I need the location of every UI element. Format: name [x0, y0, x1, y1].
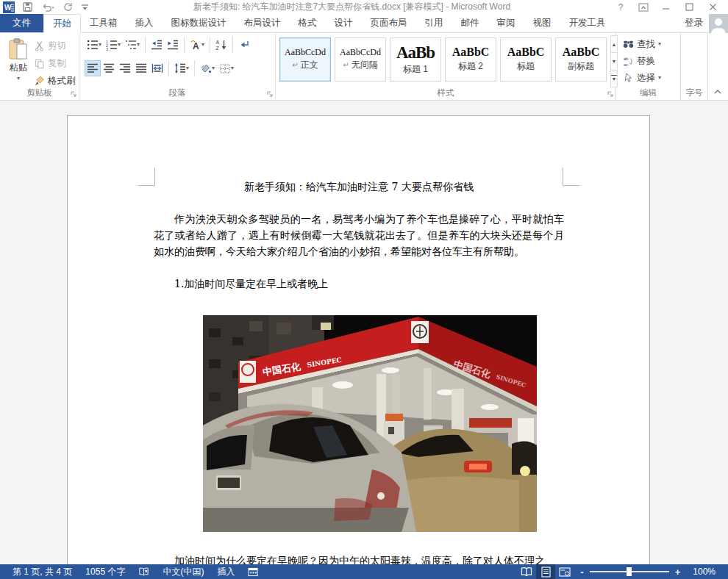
multilevel-list-button[interactable]: ▾: [123, 37, 142, 53]
styles-dialog-launcher-icon[interactable]: [607, 90, 614, 98]
user-avatar[interactable]: [709, 14, 728, 33]
paste-button[interactable]: 粘贴 ▾: [2, 35, 35, 87]
find-button[interactable]: 查找 ▾: [618, 37, 678, 51]
style-name: ↵ 无间隔: [343, 59, 378, 71]
document-page[interactable]: 新老手须知：给汽车加油时注意 7 大要点帮你省钱 作为泱泱天朝众多驾驶员的一名，…: [67, 115, 650, 564]
align-left-button[interactable]: [85, 60, 101, 76]
zoom-in-button[interactable]: +: [675, 567, 681, 578]
format-painter-button[interactable]: 格式刷: [35, 74, 76, 87]
format-painter-label: 格式刷: [48, 75, 76, 87]
zoom-slider[interactable]: [590, 571, 669, 572]
document-heading-1[interactable]: 1.加油时间尽量定在早上或者晚上: [154, 276, 564, 292]
shading-button[interactable]: ▾: [198, 60, 217, 76]
zoom-slider-thumb[interactable]: [627, 567, 632, 576]
language-indicator[interactable]: 中文(中国): [156, 564, 210, 579]
copy-button[interactable]: 复制: [35, 57, 76, 71]
decrease-indent-button[interactable]: [149, 37, 165, 53]
tab-developer[interactable]: 开发工具: [560, 14, 615, 32]
tab-format[interactable]: 格式: [290, 14, 326, 32]
tab-file[interactable]: 文件: [0, 14, 43, 32]
show-hide-marks-button[interactable]: [236, 37, 252, 53]
tab-page-layout[interactable]: 页面布局: [362, 14, 416, 32]
style-normal[interactable]: AaBbCcDd ↵ 正文: [279, 37, 331, 82]
borders-button[interactable]: ▾: [217, 60, 236, 76]
document-title[interactable]: 新老手须知：给汽车加油时注意 7 大要点帮你省钱: [154, 179, 564, 195]
zoom-level[interactable]: 100%: [686, 564, 722, 579]
paragraph-dialog-launcher-icon[interactable]: [266, 90, 274, 98]
tab-review[interactable]: 审阅: [488, 14, 524, 32]
distribute-button[interactable]: [149, 60, 165, 76]
margin-crop-mark-top-left: [138, 168, 155, 186]
gas-station-image[interactable]: 中国石化 SINOPEC 中国石化 SINOPEC: [203, 315, 537, 532]
tab-references[interactable]: 引用: [416, 14, 452, 32]
style-preview: AaBbCcDd: [285, 48, 326, 57]
window-title: 新老手须知: 给汽车加油时注意7大要点帮你省钱.docx [兼容模式] - Mi…: [89, 1, 615, 13]
sort-icon: AZ: [215, 39, 227, 51]
replace-label: 替换: [637, 55, 655, 68]
sort-button[interactable]: AZ: [213, 37, 229, 53]
clipboard-group-label: 剪贴板: [0, 87, 79, 98]
asian-layout-button[interactable]: A▾: [188, 37, 207, 53]
proofing-status-icon[interactable]: [132, 564, 156, 579]
copy-label: 复制: [48, 57, 66, 70]
undo-button[interactable]: [40, 1, 55, 12]
increase-indent-button[interactable]: [165, 37, 181, 53]
title-bar: W 新老手须知: 给汽车加油时注意7大要点帮你省钱.docx [兼容模式] - …: [0, 0, 728, 14]
sign-in-link[interactable]: 登录: [679, 14, 709, 32]
zoom-out-button[interactable]: -: [580, 567, 583, 578]
insert-mode-indicator[interactable]: 插入: [210, 564, 241, 579]
close-icon[interactable]: [709, 3, 721, 11]
style-heading1[interactable]: AaBb 标题 1: [390, 37, 441, 82]
align-center-button[interactable]: [101, 60, 117, 76]
style-heading2[interactable]: AaBbC 标题 2: [445, 37, 496, 82]
tab-design[interactable]: 设计: [326, 14, 362, 32]
document-paragraph-2[interactable]: 加油时间为什么要定在早晚呢？因为中午的太阳毒辣，温度高，除了对人体不理之外，: [154, 553, 564, 564]
style-name: 标题: [517, 60, 535, 73]
help-icon[interactable]: ?: [615, 2, 627, 12]
cut-button[interactable]: 剪切: [35, 40, 76, 53]
customize-qat-button[interactable]: [81, 2, 89, 12]
minimize-icon[interactable]: [662, 3, 674, 11]
style-title[interactable]: AaBbC 标题: [500, 37, 552, 82]
select-pointer-icon: [623, 73, 634, 83]
print-layout-button[interactable]: [536, 564, 555, 579]
tab-view[interactable]: 视图: [524, 14, 560, 32]
paragraph-group: ▾ 123▾ ▾ A▾ AZ: [79, 33, 276, 100]
tab-icon-data-design[interactable]: 图标数据设计: [163, 14, 235, 32]
document-paragraph-1[interactable]: 作为泱泱天朝众多驾驶员的一名，易驾考小编为了养个车也是操碎了心，平时就怕车花了或…: [154, 211, 564, 259]
tab-mailings[interactable]: 邮件: [452, 14, 488, 32]
word-count[interactable]: 1055 个字: [79, 564, 132, 579]
paste-dropdown-arrow[interactable]: ▾: [17, 76, 20, 82]
ribbon-display-options-icon[interactable]: [638, 3, 650, 12]
line-spacing-button[interactable]: ▾: [172, 60, 191, 76]
style-name: 标题 2: [458, 60, 483, 73]
style-subtitle[interactable]: AaBbC 副标题: [555, 37, 607, 82]
svg-text:ab: ab: [624, 57, 628, 61]
collapse-ribbon-icon[interactable]: [713, 88, 722, 96]
tab-insert[interactable]: 插入: [126, 14, 163, 32]
tab-toolbox[interactable]: 工具箱: [81, 14, 126, 32]
align-right-icon: [119, 62, 131, 74]
document-canvas[interactable]: 新老手须知：给汽车加油时注意 7 大要点帮你省钱 作为泱泱天朝众多驾驶员的一名，…: [0, 101, 728, 564]
style-no-spacing[interactable]: AaBbCcDd ↵ 无间隔: [335, 37, 386, 82]
redo-button[interactable]: [63, 1, 74, 12]
multilevel-list-icon: [125, 39, 137, 51]
align-right-button[interactable]: [117, 60, 133, 76]
clipboard-dialog-launcher-icon[interactable]: [70, 90, 77, 98]
increase-indent-icon: [167, 39, 179, 51]
replace-button[interactable]: abac 替换: [618, 54, 678, 68]
page-indicator[interactable]: 第 1 页, 共 4 页: [6, 564, 79, 579]
select-button[interactable]: 选择 ▾: [618, 71, 678, 84]
tab-home[interactable]: 开始: [43, 14, 81, 33]
save-button[interactable]: [22, 1, 33, 12]
web-layout-button[interactable]: [555, 564, 574, 579]
bullets-button[interactable]: ▾: [85, 37, 104, 53]
tab-layout-design[interactable]: 布局设计: [235, 14, 290, 32]
macro-record-icon[interactable]: [241, 564, 265, 579]
read-mode-button[interactable]: [517, 564, 536, 579]
maximize-icon[interactable]: [685, 3, 697, 11]
justify-button[interactable]: [133, 60, 149, 76]
bullets-icon: [87, 39, 99, 51]
numbering-button[interactable]: 123▾: [104, 37, 123, 53]
paragraph-row-2: ▾ ▾ ▾: [82, 59, 273, 78]
